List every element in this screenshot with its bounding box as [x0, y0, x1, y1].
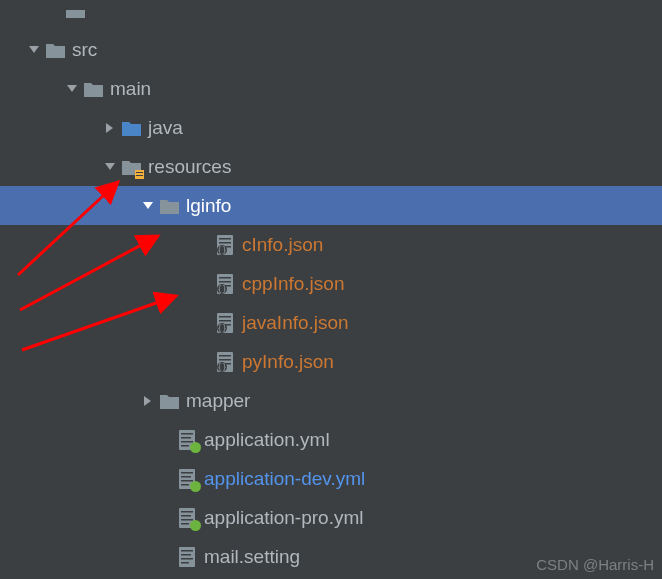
yml-file-icon: [176, 507, 198, 529]
file-label: cInfo.json: [242, 234, 323, 256]
tree-row-main[interactable]: main: [0, 69, 662, 108]
tree-row-lginfo[interactable]: lginfo: [0, 186, 662, 225]
json-file-icon: [214, 351, 236, 373]
tree-row-src[interactable]: src: [0, 30, 662, 69]
folder-label: src: [72, 39, 97, 61]
tree-row-java[interactable]: java: [0, 108, 662, 147]
folder-icon: [158, 390, 180, 412]
file-label: application-pro.yml: [204, 507, 363, 529]
tree-row-file[interactable]: application-pro.yml: [0, 498, 662, 537]
tree-row-file[interactable]: cInfo.json: [0, 225, 662, 264]
tree-row-file[interactable]: mail.setting: [0, 537, 662, 576]
tree-row-file[interactable]: pyInfo.json: [0, 342, 662, 381]
yml-file-icon: [176, 468, 198, 490]
file-label: cppInfo.json: [242, 273, 344, 295]
file-label: javaInfo.json: [242, 312, 349, 334]
spring-leaf-icon: [190, 481, 201, 492]
json-file-icon: [214, 234, 236, 256]
spring-leaf-icon: [190, 442, 201, 453]
chevron-right-icon[interactable]: [138, 391, 158, 411]
file-label: application.yml: [204, 429, 330, 451]
source-folder-icon: [120, 117, 142, 139]
folder-label: resources: [148, 156, 231, 178]
tree-row-file[interactable]: application.yml: [0, 420, 662, 459]
project-tree: src main java resources lginfo cInfo.jso…: [0, 0, 662, 576]
folder-icon: [82, 78, 104, 100]
file-label: mail.setting: [204, 546, 300, 568]
tree-row-file[interactable]: cppInfo.json: [0, 264, 662, 303]
file-label: pyInfo.json: [242, 351, 334, 373]
json-file-icon: [214, 312, 236, 334]
resources-folder-icon: [120, 156, 142, 178]
tree-row-mapper[interactable]: mapper: [0, 381, 662, 420]
chevron-down-icon[interactable]: [138, 196, 158, 216]
spring-leaf-icon: [190, 520, 201, 531]
chevron-down-icon[interactable]: [100, 157, 120, 177]
folder-label: mapper: [186, 390, 250, 412]
folder-label: main: [110, 78, 151, 100]
folder-label: lginfo: [186, 195, 231, 217]
file-label: application-dev.yml: [204, 468, 365, 490]
chevron-right-icon[interactable]: [100, 118, 120, 138]
tree-row-file[interactable]: application-dev.yml: [0, 459, 662, 498]
json-file-icon: [214, 273, 236, 295]
tree-row-resources[interactable]: resources: [0, 147, 662, 186]
folder-icon: [158, 195, 180, 217]
folder-label: java: [148, 117, 183, 139]
chevron-down-icon[interactable]: [24, 40, 44, 60]
folder-icon: [44, 39, 66, 61]
yml-file-icon: [176, 429, 198, 451]
text-file-icon: [176, 546, 198, 568]
chevron-down-icon[interactable]: [62, 79, 82, 99]
folder-icon: [64, 10, 86, 32]
tree-row[interactable]: [0, 10, 662, 30]
tree-row-file[interactable]: javaInfo.json: [0, 303, 662, 342]
